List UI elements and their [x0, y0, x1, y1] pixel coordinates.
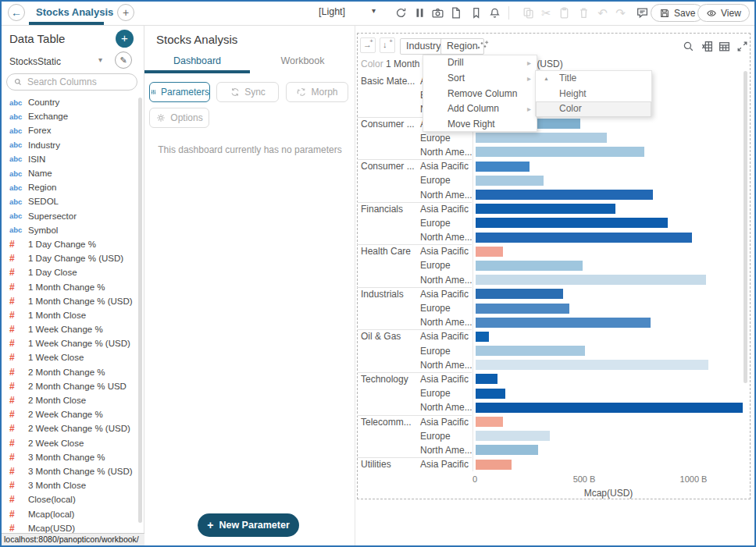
chevron-down-icon[interactable]: ▾ — [372, 6, 376, 15]
delete-trash-icon[interactable] — [577, 6, 590, 20]
bar-oil-gas-europe[interactable] — [476, 346, 585, 356]
tab-workbook[interactable]: Workbook — [250, 55, 355, 73]
parameters-button[interactable]: Parameters — [149, 82, 210, 102]
menu-item-add-column[interactable]: Add Column▸ — [423, 101, 537, 117]
menu-item-sort[interactable]: Sort▸ — [423, 71, 537, 87]
menu-item-drill[interactable]: Drill▸ — [423, 55, 537, 71]
column-item-1-month-change-usd[interactable]: #1 Month Change % (USD) — [0, 294, 139, 308]
show-table-icon[interactable] — [718, 40, 731, 53]
column-item-sedol[interactable]: abcSEDOL — [0, 194, 139, 208]
undo-icon[interactable]: ↶ — [596, 6, 609, 20]
column-item-2-week-change-usd[interactable]: #2 Week Change % (USD) — [0, 421, 139, 435]
morph-button[interactable]: Morph — [286, 82, 348, 102]
column-item-mcap-local[interactable]: #Mcap(local) — [0, 506, 139, 520]
submenu-item-title[interactable]: ▲Title — [536, 71, 651, 87]
options-button[interactable]: Options — [149, 108, 209, 128]
zoom-search-icon[interactable] — [682, 40, 695, 53]
bar-telecomm-europe[interactable] — [476, 431, 550, 441]
bar-consumer-north-ame[interactable] — [476, 147, 644, 157]
column-item-1-month-change[interactable]: #1 Month Change % — [0, 279, 139, 293]
bar-telecomm-asia-pacific[interactable] — [476, 417, 503, 427]
bookmark-icon[interactable] — [469, 6, 483, 20]
cut-scissors-icon[interactable]: ✂ — [540, 6, 553, 20]
column-item-country[interactable]: abcCountry — [0, 95, 139, 109]
column-item-1-day-change-usd[interactable]: #1 Day Change % (USD) — [0, 251, 139, 265]
bar-industrials-asia-pacific[interactable] — [476, 289, 563, 299]
column-item-isin[interactable]: abcISIN — [0, 152, 139, 166]
column-item-3-month-change[interactable]: #3 Month Change % — [0, 450, 139, 464]
add-data-table-button[interactable]: + — [116, 30, 134, 48]
column-item-exchange[interactable]: abcExchange — [0, 109, 139, 123]
column-item-name[interactable]: abcName — [0, 166, 139, 180]
bar-consumer-europe[interactable] — [476, 176, 544, 186]
new-parameter-button[interactable]: + New Parameter — [198, 513, 299, 537]
table-selector[interactable]: StocksStatic — [9, 56, 61, 67]
bar-consumer-north-ame[interactable] — [476, 190, 653, 200]
export-excel-icon[interactable] — [701, 40, 714, 53]
bar-technology-asia-pacific[interactable] — [476, 374, 497, 384]
column-item-close-local[interactable]: #Close(local) — [0, 492, 139, 506]
column-item-1-week-close[interactable]: #1 Week Close — [0, 350, 139, 364]
column-item-2-month-close[interactable]: #2 Month Close — [0, 393, 139, 407]
bar-oil-gas-asia-pacific[interactable] — [476, 332, 489, 342]
menu-item-remove-column[interactable]: Remove Column — [423, 87, 537, 102]
column-item-3-month-close[interactable]: #3 Month Close — [0, 478, 139, 492]
refresh-icon[interactable] — [394, 6, 408, 20]
bar-utilities-asia-pacific[interactable] — [476, 460, 512, 470]
sidebar-scrollbar[interactable] — [138, 98, 142, 523]
edit-table-pencil-button[interactable]: ✎ — [115, 52, 132, 69]
add-visual-breakdown-button[interactable] — [476, 39, 491, 53]
copy-icon[interactable] — [522, 6, 535, 20]
column-item-supersector[interactable]: abcSupersector — [0, 209, 139, 223]
bar-financials-north-ame[interactable] — [476, 233, 692, 243]
bar-financials-europe[interactable] — [476, 218, 668, 228]
search-columns-input[interactable]: Search Columns — [6, 73, 137, 91]
bar-industrials-europe[interactable] — [476, 304, 569, 314]
bar-financials-asia-pacific[interactable] — [476, 204, 615, 214]
bar-oil-gas-north-ame[interactable] — [476, 360, 708, 370]
bar-technology-north-ame[interactable] — [476, 403, 743, 413]
submenu-item-height[interactable]: Height — [536, 87, 651, 102]
submenu-item-color[interactable]: Color — [536, 101, 651, 117]
column-item-symbol[interactable]: abcSymbol — [0, 223, 139, 237]
column-item-2-month-change[interactable]: #2 Month Change % — [0, 365, 139, 379]
theme-dropdown[interactable]: [Light] — [319, 6, 345, 17]
bar-technology-europe[interactable] — [476, 389, 505, 399]
add-column-breakdown-button[interactable]: ↓+ — [380, 37, 395, 53]
redo-icon[interactable]: ↷ — [614, 6, 627, 20]
column-item-1-week-change-usd[interactable]: #1 Week Change % (USD) — [0, 336, 139, 350]
snapshot-camera-icon[interactable] — [431, 6, 444, 20]
column-item-region[interactable]: abcRegion — [0, 180, 139, 194]
column-item-forex[interactable]: abcForex — [0, 123, 139, 137]
workbook-tab-title[interactable]: Stocks Analysis — [36, 6, 113, 18]
column-item-2-week-change[interactable]: #2 Week Change % — [0, 407, 139, 421]
bar-health-care-europe[interactable] — [476, 261, 583, 271]
bar-telecomm-north-ame[interactable] — [476, 445, 538, 455]
bar-health-care-north-ame[interactable] — [476, 275, 706, 285]
add-tab-button[interactable]: + — [117, 4, 134, 21]
column-item-1-day-change[interactable]: #1 Day Change % — [0, 237, 139, 251]
chevron-down-icon[interactable]: ▾ — [98, 55, 102, 64]
menu-item-move-right[interactable]: Move Right — [423, 117, 537, 133]
save-button[interactable]: Save — [651, 4, 704, 22]
bar-consumer-europe[interactable] — [476, 133, 607, 143]
paste-clipboard-icon[interactable] — [558, 6, 571, 20]
export-pdf-icon[interactable] — [449, 6, 462, 20]
column-item-2-month-change-usd[interactable]: #2 Month Change % USD — [0, 379, 139, 393]
bar-health-care-asia-pacific[interactable] — [476, 247, 503, 257]
column-item-1-week-change[interactable]: #1 Week Change % — [0, 322, 139, 336]
column-item-industry[interactable]: abcIndustry — [0, 138, 139, 152]
column-item-2-week-close[interactable]: #2 Week Close — [0, 436, 139, 450]
bar-industrials-north-ame[interactable] — [476, 318, 651, 328]
pause-icon[interactable] — [413, 6, 426, 20]
comments-icon[interactable] — [636, 6, 649, 20]
sync-button[interactable]: Sync — [216, 82, 279, 102]
bar-consumer-asia-pacific[interactable] — [476, 162, 530, 172]
column-item-1-day-close[interactable]: #1 Day Close — [0, 265, 139, 279]
column-item-1-month-close[interactable]: #1 Month Close — [0, 308, 139, 322]
add-row-breakdown-button[interactable]: →+ — [360, 37, 376, 53]
back-button[interactable]: ← — [8, 4, 25, 21]
notifications-bell-icon[interactable] — [488, 6, 501, 20]
maximize-expand-icon[interactable] — [736, 40, 749, 53]
column-item-3-month-change-usd[interactable]: #3 Month Change % (USD) — [0, 464, 139, 478]
